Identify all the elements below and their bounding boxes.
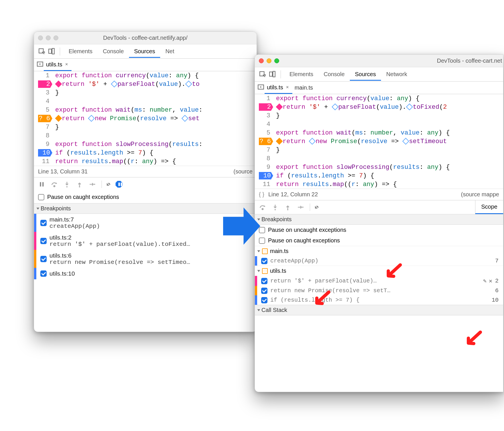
code-line[interactable]: 5export function wait(ms: number, value:… — [255, 128, 503, 137]
line-number[interactable]: 5 — [38, 106, 52, 114]
breakpoint-row[interactable]: utils.ts:6return new Promise(resolve => … — [34, 250, 257, 268]
line-number[interactable]: ? 6 — [259, 138, 273, 145]
breakpoints-section-header[interactable]: Breakpoints — [34, 203, 257, 214]
line-number[interactable]: 10 — [259, 172, 273, 179]
code-line[interactable]: 11 return results.map((r: any) => { — [255, 180, 503, 189]
close-window-icon[interactable] — [259, 58, 264, 63]
breakpoint-marker-icon[interactable] — [185, 80, 192, 87]
code-line[interactable]: 8 — [34, 131, 257, 140]
file-tab-utils-ts[interactable]: utils.ts× — [265, 82, 292, 94]
zoom-window-icon[interactable] — [274, 58, 279, 63]
breakpoint-marker-icon[interactable] — [402, 138, 409, 145]
code-line[interactable]: 1export function currency(value: any) { — [255, 94, 503, 103]
device-toolbar-icon[interactable] — [47, 47, 56, 56]
traffic-lights[interactable] — [38, 35, 58, 40]
breakpoint-row[interactable]: return new Promise(resolve => setT…6 — [255, 286, 503, 295]
close-icon[interactable]: × — [285, 84, 290, 90]
tab-net[interactable]: Net — [160, 45, 179, 58]
code-line[interactable]: 4 — [34, 97, 257, 106]
close-icon[interactable]: × — [64, 62, 69, 67]
checkbox-icon[interactable] — [259, 238, 265, 244]
pretty-print-icon[interactable]: { } — [259, 191, 264, 198]
code-line[interactable]: 8 — [255, 154, 503, 163]
checkbox-icon[interactable] — [261, 258, 267, 264]
code-line[interactable]: 11 return results.map((r: any) => { — [34, 157, 257, 166]
pause-caught-row[interactable]: Pause on caught exceptions — [255, 235, 503, 246]
breakpoint-marker-icon[interactable] — [88, 115, 95, 122]
line-number[interactable]: 9 — [38, 141, 52, 148]
code-line[interactable]: 1export function currency(value: any) { — [34, 71, 257, 80]
callstack-section-header[interactable]: Call Stack — [255, 305, 503, 315]
code-line[interactable]: 5export function wait(ms: number, value: — [34, 106, 257, 114]
tab-console[interactable]: Console — [318, 68, 350, 81]
delete-icon[interactable]: ✕ — [488, 277, 493, 284]
file-tab-main-ts[interactable]: main.ts — [292, 82, 315, 94]
breakpoint-marker-icon[interactable] — [111, 80, 118, 87]
navigator-icon[interactable] — [36, 60, 44, 69]
code-line[interactable]: 7} — [34, 123, 257, 131]
tab-network[interactable]: Network — [381, 68, 412, 81]
line-number[interactable]: 7 — [259, 147, 273, 154]
close-window-icon[interactable] — [38, 35, 43, 40]
line-number[interactable]: 2 — [38, 80, 52, 88]
breakpoint-marker-icon[interactable] — [55, 80, 62, 87]
tab-sources[interactable]: Sources — [129, 45, 160, 58]
line-number[interactable]: 4 — [259, 121, 273, 128]
code-line[interactable]: 4 — [255, 120, 503, 128]
line-number[interactable]: 4 — [38, 98, 52, 105]
code-line[interactable]: 10 if (results.length >= 7) { — [34, 149, 257, 157]
navigator-icon[interactable] — [257, 83, 265, 92]
checkbox-icon[interactable] — [38, 194, 44, 200]
code-line[interactable]: 2return '$' + parseFloat(value).to — [34, 80, 257, 88]
pause-on-exceptions-icon[interactable] — [114, 181, 124, 188]
line-number[interactable]: 2 — [259, 103, 273, 111]
code-line[interactable]: 7} — [255, 146, 503, 154]
tab-elements[interactable]: Elements — [64, 45, 98, 58]
breakpoint-marker-icon[interactable] — [406, 103, 413, 110]
line-number[interactable]: 8 — [38, 132, 52, 139]
pause-icon[interactable] — [37, 181, 47, 188]
checkbox-icon[interactable] — [261, 297, 267, 303]
minimize-window-icon[interactable] — [46, 35, 51, 40]
code-line[interactable]: 9export function slowProcessing(results:… — [255, 163, 503, 171]
step-icon[interactable] — [87, 181, 97, 188]
line-number[interactable]: 1 — [259, 95, 273, 102]
breakpoint-marker-icon[interactable] — [182, 115, 188, 122]
code-line[interactable]: 3} — [34, 88, 257, 97]
line-number[interactable]: 3 — [259, 112, 273, 119]
breakpoint-marker-icon[interactable] — [309, 138, 316, 145]
breakpoint-marker-icon[interactable] — [332, 103, 338, 110]
line-number[interactable]: 3 — [38, 89, 52, 96]
tab-scope[interactable]: Scope — [475, 200, 503, 214]
deactivate-breakpoints-icon[interactable] — [102, 181, 111, 188]
checkbox-icon[interactable] — [40, 220, 47, 226]
breakpoint-file-group[interactable]: ⬚main.ts — [255, 246, 503, 256]
line-number[interactable]: ? 6 — [38, 115, 52, 122]
line-number[interactable]: 7 — [38, 124, 52, 131]
pause-caught-row[interactable]: Pause on caught exceptions — [34, 191, 257, 203]
checkbox-icon[interactable] — [40, 270, 47, 277]
step-icon[interactable] — [295, 203, 305, 211]
step-into-icon[interactable] — [270, 203, 280, 211]
checkbox-icon[interactable] — [261, 288, 267, 294]
checkbox-icon[interactable] — [40, 256, 47, 262]
line-number[interactable]: 11 — [259, 181, 273, 188]
checkbox-icon[interactable] — [261, 278, 267, 284]
minimize-window-icon[interactable] — [267, 58, 271, 63]
step-into-icon[interactable] — [62, 181, 72, 188]
breakpoint-file-group[interactable]: ⬚utils.ts — [255, 266, 503, 276]
zoom-window-icon[interactable] — [53, 35, 58, 40]
deactivate-breakpoints-icon[interactable] — [310, 203, 320, 211]
tab-console[interactable]: Console — [98, 45, 129, 58]
breakpoint-marker-icon[interactable] — [276, 138, 283, 145]
checkbox-icon[interactable] — [259, 227, 265, 233]
inspect-element-icon[interactable] — [37, 47, 47, 56]
code-line[interactable]: 10 if (results.length >= 7) { — [255, 171, 503, 180]
breakpoint-row[interactable]: createApp(App)7 — [255, 256, 503, 266]
edit-icon[interactable]: ✎ — [482, 277, 488, 284]
inspect-element-icon[interactable] — [258, 70, 267, 79]
line-number[interactable]: 8 — [259, 155, 273, 162]
code-line[interactable]: 9export function slowProcessing(results: — [34, 140, 257, 149]
line-number[interactable]: 1 — [38, 72, 52, 79]
step-over-icon[interactable] — [49, 181, 59, 188]
